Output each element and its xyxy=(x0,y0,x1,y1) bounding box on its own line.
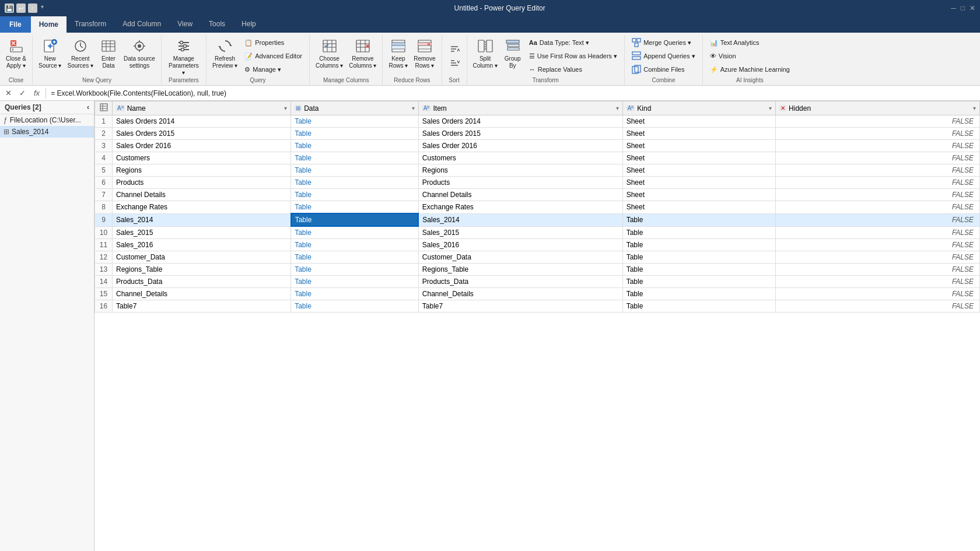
manage-parameters-button[interactable]: ManageParameters ▾ xyxy=(165,36,202,70)
merge-queries-button[interactable]: Merge Queries ▾ xyxy=(628,36,699,49)
group-by-button[interactable]: GroupBy xyxy=(501,36,524,70)
datasource-settings-button[interactable]: Data sourcesettings xyxy=(121,36,158,70)
advanced-editor-button[interactable]: 📝 Advanced Editor xyxy=(241,50,306,62)
table-row[interactable]: 12Customer_DataTableCustomer_DataTableFA… xyxy=(95,251,980,264)
close-btn[interactable]: ✕ xyxy=(970,4,975,12)
cell-data[interactable]: Table xyxy=(291,251,419,264)
cell-data[interactable]: Table xyxy=(291,177,419,189)
undo-icon[interactable]: ↩ xyxy=(16,3,26,13)
split-column-button[interactable]: SplitColumn ▾ xyxy=(471,36,500,70)
sidebar-collapse-btn[interactable]: ‹ xyxy=(87,103,89,111)
tab-tools[interactable]: Tools xyxy=(201,16,233,33)
cell-item: Customers xyxy=(418,152,622,164)
vision-button[interactable]: 👁 Vision xyxy=(706,50,793,62)
cell-rownum: 9 xyxy=(95,213,113,226)
remove-columns-button[interactable]: RemoveColumns ▾ xyxy=(346,36,379,70)
cell-data[interactable]: Table xyxy=(291,300,419,313)
cell-data[interactable]: Table xyxy=(291,128,419,140)
tab-view[interactable]: View xyxy=(169,16,201,33)
col-header-hidden[interactable]: ✕ Hidden ▾ xyxy=(776,101,980,115)
tab-file[interactable]: File xyxy=(0,16,31,33)
table-row[interactable]: 1Sales Orders 2014TableSales Orders 2014… xyxy=(95,115,980,128)
tab-home[interactable]: Home xyxy=(31,16,66,33)
col-kind-type-icon: Aᴮ xyxy=(626,105,635,111)
new-source-button[interactable]: NewSource ▾ xyxy=(36,36,64,70)
cell-hidden: FALSE xyxy=(776,201,980,214)
col-kind-filter-btn[interactable]: ▾ xyxy=(769,105,772,111)
use-first-row-button[interactable]: ☰ Use First Row as Headers ▾ xyxy=(526,50,621,62)
table-row[interactable]: 11Sales_2016TableSales_2016TableFALSE xyxy=(95,239,980,251)
table-row[interactable]: 13Regions_TableTableRegions_TableTableFA… xyxy=(95,264,980,276)
refresh-preview-button[interactable]: RefreshPreview ▾ xyxy=(210,36,240,70)
table-row[interactable]: 3Sales Order 2016TableSales Order 2016Sh… xyxy=(95,140,980,152)
table-row[interactable]: 15Channel_DetailsTableChannel_DetailsTab… xyxy=(95,288,980,300)
query-table: Aᴮ Name ▾ ⊞ Data ▾ xyxy=(94,101,980,313)
cell-data[interactable]: Table xyxy=(291,288,419,300)
col-header-kind[interactable]: Aᴮ Kind ▾ xyxy=(622,101,775,115)
col-header-item[interactable]: Aᴮ Item ▾ xyxy=(418,101,622,115)
table-row[interactable]: 14Products_DataTableProducts_DataTableFA… xyxy=(95,276,980,288)
col-data-filter-btn[interactable]: ▾ xyxy=(412,105,415,111)
query-group-label: Query xyxy=(210,76,306,85)
close-apply-button[interactable]: Close &Apply ▾ xyxy=(4,36,29,70)
replace-values-button[interactable]: ↔ Replace Values xyxy=(526,63,621,76)
cell-data[interactable]: Table xyxy=(291,115,419,128)
col-header-name[interactable]: Aᴮ Name ▾ xyxy=(113,101,291,115)
table-row[interactable]: 16Table7TableTable7TableFALSE xyxy=(95,300,980,313)
tab-transform[interactable]: Transform xyxy=(66,16,114,33)
cell-data[interactable]: Table xyxy=(291,201,419,214)
choose-columns-button[interactable]: ChooseColumns ▾ xyxy=(313,36,345,70)
tab-add-column[interactable]: Add Column xyxy=(114,16,169,33)
formula-bar-input[interactable]: = Excel.Workbook(File.Contents(FileLocat… xyxy=(48,89,978,97)
col-header-data[interactable]: ⊞ Data ▾ xyxy=(291,101,419,115)
remove-rows-button[interactable]: RemoveRows ▾ xyxy=(411,36,438,70)
text-analytics-button[interactable]: 📊 Text Analytics xyxy=(706,36,793,49)
save-icon[interactable]: 💾 xyxy=(5,3,14,13)
table-row[interactable]: 10Sales_2015TableSales_2015TableFALSE xyxy=(95,226,980,239)
table-row[interactable]: 9Sales_2014TableSales_2014TableFALSE xyxy=(95,213,980,226)
sidebar-item-sales2014[interactable]: ⊞ Sales_2014 xyxy=(0,126,94,138)
cell-data[interactable]: Table xyxy=(291,264,419,276)
manage-button[interactable]: ⚙ Manage ▾ xyxy=(241,63,306,76)
ribbon-group-parameters: ManageParameters ▾ Parameters xyxy=(162,35,206,85)
keep-rows-button[interactable]: KeepRows ▾ xyxy=(386,36,410,70)
col-hidden-filter-btn[interactable]: ▾ xyxy=(973,105,976,111)
azure-ml-button[interactable]: ⚡ Azure Machine Learning xyxy=(706,63,793,76)
sort-asc-button[interactable] xyxy=(446,43,463,55)
window-controls[interactable]: ─ □ ✕ xyxy=(951,4,975,12)
table-row[interactable]: 4CustomersTableCustomersSheetFALSE xyxy=(95,152,980,164)
cell-data[interactable]: Table xyxy=(291,226,419,239)
formula-bar-check-btn[interactable]: ✓ xyxy=(16,87,28,99)
table-row[interactable]: 8Exchange RatesTableExchange RatesSheetF… xyxy=(95,201,980,214)
replace-values-icon: ↔ xyxy=(529,66,536,73)
redo-icon[interactable]: ↑ xyxy=(28,3,37,13)
table-row[interactable]: 5RegionsTableRegionsSheetFALSE xyxy=(95,164,980,177)
table-row[interactable]: 7Channel DetailsTableChannel DetailsShee… xyxy=(95,189,980,201)
cell-data[interactable]: Table xyxy=(291,276,419,288)
enter-data-button[interactable]: EnterData xyxy=(97,36,120,70)
cell-data[interactable]: Table xyxy=(291,152,419,164)
maximize-btn[interactable]: □ xyxy=(961,4,965,12)
properties-button[interactable]: 📋 Properties xyxy=(241,36,306,49)
cell-data[interactable]: Table xyxy=(291,239,419,251)
table-row[interactable]: 6ProductsTableProductsSheetFALSE xyxy=(95,177,980,189)
cell-data[interactable]: Table xyxy=(291,140,419,152)
formula-bar-close-btn[interactable]: ✕ xyxy=(2,87,14,99)
cell-data[interactable]: Table xyxy=(291,213,419,226)
sidebar: Queries [2] ‹ ƒ FileLocation (C:\User...… xyxy=(0,101,94,551)
col-item-filter-btn[interactable]: ▾ xyxy=(616,105,619,111)
sort-desc-button[interactable] xyxy=(446,57,463,69)
recent-sources-button[interactable]: RecentSources ▾ xyxy=(65,36,95,70)
append-queries-button[interactable]: Append Queries ▾ xyxy=(628,50,699,62)
cell-data[interactable]: Table xyxy=(291,164,419,177)
cell-data[interactable]: Table xyxy=(291,189,419,201)
minimize-btn[interactable]: ─ xyxy=(951,4,956,12)
title-bar-dropdown[interactable]: ▾ xyxy=(41,3,44,13)
combine-files-button[interactable]: Combine Files xyxy=(628,63,699,76)
data-type-button[interactable]: Aa Data Type: Text ▾ xyxy=(526,36,621,49)
col-name-filter-btn[interactable]: ▾ xyxy=(284,105,287,111)
table-row[interactable]: 2Sales Orders 2015TableSales Orders 2015… xyxy=(95,128,980,140)
sidebar-item-filelocation[interactable]: ƒ FileLocation (C:\User... xyxy=(0,114,94,126)
sidebar-item-filelocation-icon: ƒ xyxy=(4,116,8,124)
tab-help[interactable]: Help xyxy=(233,16,264,33)
